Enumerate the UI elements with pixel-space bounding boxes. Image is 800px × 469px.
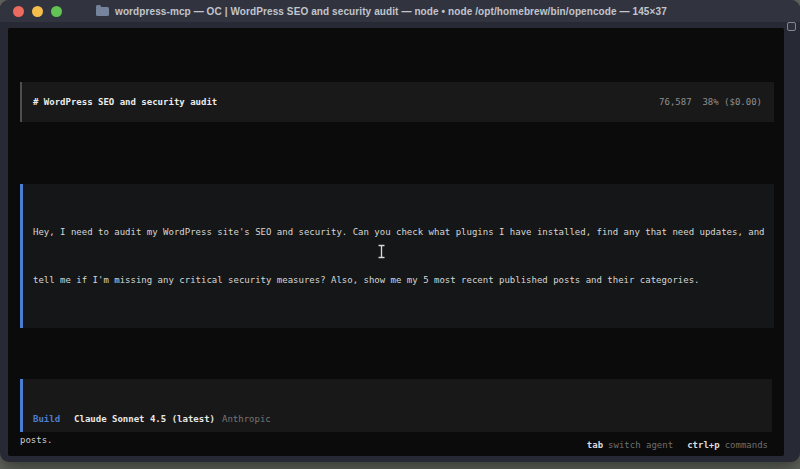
- model-name[interactable]: Claude Sonnet 4.5 (latest): [74, 411, 215, 427]
- ibeam-mouse-cursor: [377, 244, 386, 259]
- user-message-line: Hey, I need to audit my WordPress site's…: [33, 224, 762, 240]
- user-message-line: tell me if I'm missing any critical secu…: [33, 272, 762, 288]
- terminal-window: wordpress-mcp — OC | WordPress SEO and s…: [0, 0, 800, 462]
- titlebar[interactable]: wordpress-mcp — OC | WordPress SEO and s…: [0, 0, 800, 22]
- hint-switch-agent: tab switch agent: [587, 437, 673, 453]
- window-frame: # WordPress SEO and security audit 76,58…: [0, 22, 800, 462]
- statusbar: tab switch agent ctrl+p commands: [20, 437, 768, 453]
- hint-label: commands: [725, 437, 768, 453]
- user-message: Hey, I need to audit my WordPress site's…: [20, 184, 774, 328]
- session-title: # WordPress SEO and security audit: [33, 94, 217, 110]
- minimize-button[interactable]: [32, 6, 43, 17]
- prompt-input[interactable]: Build Claude Sonnet 4.5 (latest) Anthrop…: [20, 379, 772, 432]
- close-button[interactable]: [13, 6, 24, 17]
- model-line: Build Claude Sonnet 4.5 (latest) Anthrop…: [33, 411, 760, 427]
- hint-key: tab: [587, 437, 603, 453]
- session-stats: 76,587 38% ($0.00): [659, 94, 762, 110]
- hint-label: switch agent: [608, 437, 673, 453]
- session-header: # WordPress SEO and security audit 76,58…: [20, 82, 774, 122]
- window-title: wordpress-mcp — OC | WordPress SEO and s…: [115, 6, 667, 17]
- terminal-content[interactable]: # WordPress SEO and security audit 76,58…: [8, 28, 784, 456]
- agent-mode-badge[interactable]: Build: [33, 411, 60, 427]
- hint-commands: ctrl+p commands: [687, 437, 768, 453]
- title-group: wordpress-mcp — OC | WordPress SEO and s…: [96, 6, 667, 17]
- hint-key: ctrl+p: [687, 437, 720, 453]
- zoom-button[interactable]: [51, 6, 62, 17]
- scrollbar-marker[interactable]: [787, 22, 796, 31]
- provider-name: Anthropic: [222, 411, 271, 427]
- folder-icon: [96, 7, 109, 16]
- traffic-lights: [13, 6, 62, 17]
